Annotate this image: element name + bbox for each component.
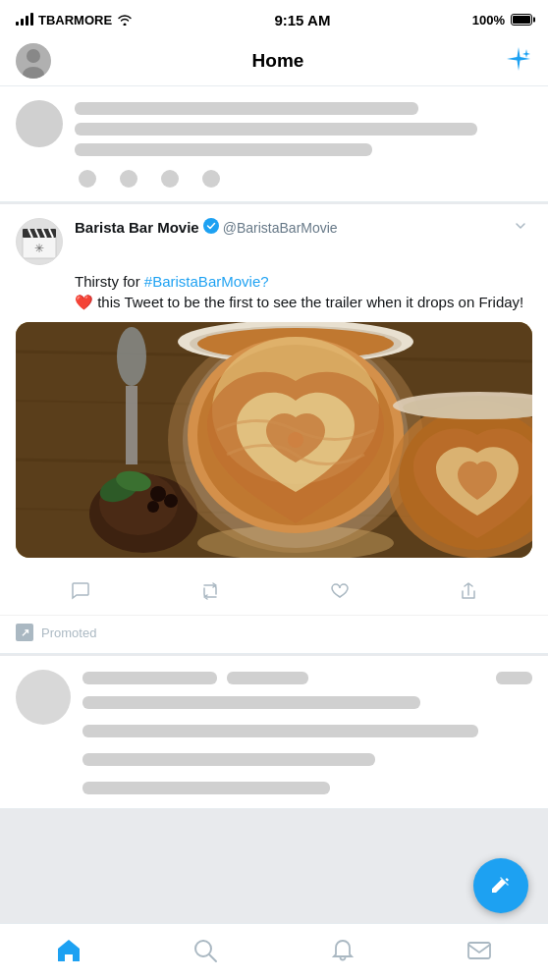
skeleton-line xyxy=(75,143,372,156)
nav-search[interactable] xyxy=(137,924,275,976)
signal-icon xyxy=(16,14,33,26)
tweet-header: ✳ Barista Bar Movie @BaristaBarMovie xyxy=(0,204,548,265)
comment-button[interactable] xyxy=(61,575,100,607)
skeleton-dot xyxy=(120,170,137,188)
skeleton-content-1 xyxy=(75,100,532,188)
skeleton-dot xyxy=(161,170,179,188)
nav-messages[interactable] xyxy=(411,924,549,976)
skeleton-tweet-2 xyxy=(0,656,548,809)
sparkle-icon[interactable] xyxy=(505,45,532,77)
compose-tweet-button[interactable] xyxy=(473,858,528,913)
skeleton-line xyxy=(227,672,307,684)
like-button[interactable] xyxy=(320,575,359,607)
nav-notifications[interactable] xyxy=(274,924,411,976)
battery-percentage: 100% xyxy=(472,13,505,27)
svg-point-13 xyxy=(117,327,146,386)
promoted-icon: ↗ xyxy=(16,624,33,641)
svg-point-7 xyxy=(203,218,219,234)
verified-badge xyxy=(203,218,219,237)
skeleton-actions xyxy=(75,170,532,188)
wifi-icon xyxy=(117,14,133,26)
tweet-heart-emoji: ❤️ xyxy=(75,294,93,310)
skeleton-tweet-1 xyxy=(0,86,548,202)
promoted-tweet-card: ✳ Barista Bar Movie @BaristaBarMovie T xyxy=(0,204,548,654)
svg-point-21 xyxy=(147,501,159,513)
skeleton-line xyxy=(82,725,478,737)
app-header: Home xyxy=(0,35,548,86)
skeleton-content-2 xyxy=(82,670,532,794)
svg-line-37 xyxy=(209,954,216,961)
skeleton-line xyxy=(75,102,418,115)
search-icon xyxy=(192,938,218,963)
tweet-text-before: Thirsty for xyxy=(75,273,144,290)
skeleton-line xyxy=(82,782,330,794)
skeleton-line xyxy=(75,123,477,136)
tweet-media-image[interactable] xyxy=(16,322,532,558)
skeleton-avatar-1 xyxy=(16,100,63,147)
skeleton-line xyxy=(496,672,532,684)
skeleton-avatar-2 xyxy=(16,670,71,725)
carrier-label: TBARMORE xyxy=(38,13,112,27)
messages-icon xyxy=(466,938,492,963)
tweet-hashtag[interactable]: #BaristaBarMovie? xyxy=(144,273,269,290)
compose-icon xyxy=(488,873,514,898)
tweet-handle: @BaristaBarMovie xyxy=(223,220,338,236)
svg-point-19 xyxy=(150,486,166,502)
skeleton-line xyxy=(82,672,217,684)
home-icon xyxy=(55,937,82,964)
status-right: 100% xyxy=(472,13,532,27)
tweet-meta: Barista Bar Movie @BaristaBarMovie xyxy=(75,218,497,237)
skeleton-line xyxy=(82,696,420,709)
svg-point-31 xyxy=(288,432,303,448)
tweet-dropdown-icon[interactable] xyxy=(509,218,532,239)
tweet-text-after: this Tweet to be the first to see the tr… xyxy=(93,294,523,310)
status-time: 9:15 AM xyxy=(274,12,330,28)
promoted-label: Promoted xyxy=(41,626,96,640)
tweet-avatar[interactable]: ✳ xyxy=(16,218,63,265)
bottom-navigation xyxy=(0,923,548,980)
status-left: TBARMORE xyxy=(16,13,133,27)
skeleton-dot xyxy=(202,170,220,188)
skeleton-dot xyxy=(79,170,96,188)
retweet-button[interactable] xyxy=(190,575,231,607)
tweet-name-row: Barista Bar Movie @BaristaBarMovie xyxy=(75,218,497,237)
svg-point-20 xyxy=(164,494,178,508)
promoted-row: ↗ Promoted xyxy=(0,616,548,653)
page-title: Home xyxy=(252,50,304,72)
tweet-body: Thirsty for #BaristaBarMovie? ❤️ this Tw… xyxy=(0,265,548,312)
tweet-account-name: Barista Bar Movie xyxy=(75,219,199,236)
svg-text:✳: ✳ xyxy=(34,242,44,255)
nav-home[interactable] xyxy=(0,924,137,976)
battery-icon xyxy=(511,14,532,26)
tweet-actions xyxy=(0,568,548,616)
status-bar: TBARMORE 9:15 AM 100% xyxy=(0,0,548,35)
share-button[interactable] xyxy=(449,575,488,607)
notifications-icon xyxy=(330,938,356,963)
user-avatar[interactable] xyxy=(16,43,51,79)
svg-rect-14 xyxy=(126,386,137,464)
svg-rect-38 xyxy=(468,943,490,958)
skeleton-line xyxy=(82,753,375,766)
